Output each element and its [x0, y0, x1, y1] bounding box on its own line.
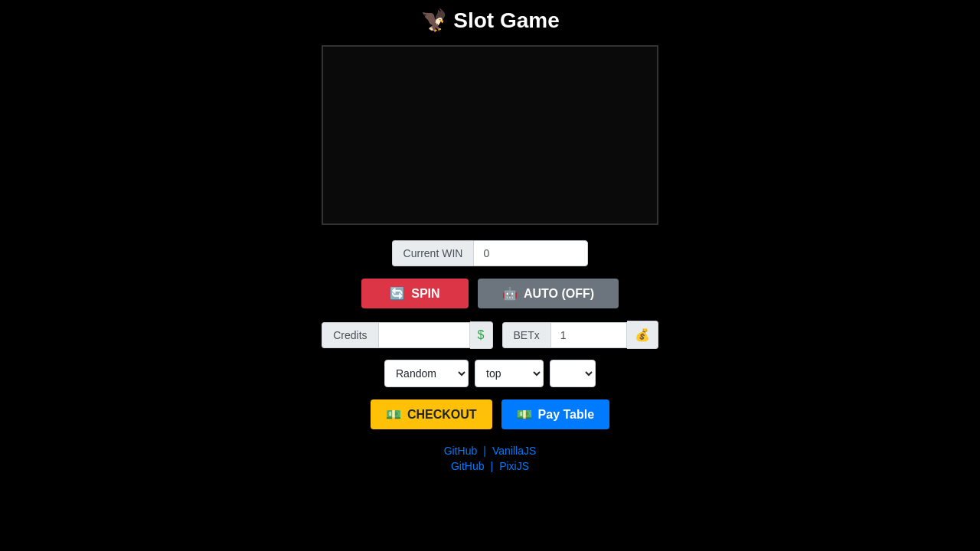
auto-button[interactable]: 🤖 AUTO (OFF): [478, 279, 619, 308]
bet-input[interactable]: [550, 322, 627, 348]
pixijs-link[interactable]: PixiJS: [499, 460, 529, 472]
game-canvas: [322, 45, 658, 225]
vanillajs-link[interactable]: VanillaJS: [492, 445, 536, 457]
current-win-row: Current WIN: [392, 240, 589, 266]
bird-icon: 🦅: [420, 8, 447, 33]
current-win-label: Current WIN: [392, 240, 474, 266]
bet-group: BETx 💰: [502, 321, 658, 349]
current-win-input[interactable]: [473, 240, 588, 266]
random-dropdown[interactable]: Random Sequential: [384, 360, 469, 387]
position-dropdown[interactable]: top middle bottom: [475, 360, 544, 387]
blank-dropdown[interactable]: 1 2: [550, 360, 596, 387]
checkout-button[interactable]: 💵 CHECKOUT: [371, 399, 492, 429]
paytable-icon: 💵: [517, 407, 532, 422]
footer-links: GitHub | VanillaJS GitHub | PixiJS: [444, 445, 537, 475]
footer-separator-1: |: [483, 445, 486, 457]
checkout-label: CHECKOUT: [407, 408, 477, 422]
spin-button[interactable]: 🔄 SPIN: [361, 279, 469, 308]
android-icon: 🤖: [502, 286, 518, 301]
page-header: 🦅 Slot Game: [420, 8, 559, 33]
credits-group: Credits $: [322, 321, 492, 349]
buttons-row: 🔄 SPIN 🤖 AUTO (OFF): [361, 279, 619, 308]
spin-label: SPIN: [411, 287, 439, 301]
paytable-button[interactable]: 💵 Pay Table: [501, 399, 610, 429]
credits-input[interactable]: [378, 322, 470, 348]
action-buttons-row: 💵 CHECKOUT 💵 Pay Table: [371, 399, 609, 429]
bet-coin-button[interactable]: 💰: [627, 321, 658, 349]
footer-row-2: GitHub | PixiJS: [444, 460, 537, 472]
refresh-icon: 🔄: [390, 286, 405, 301]
bet-label: BETx: [502, 322, 550, 348]
dropdowns-row: Random Sequential top middle bottom 1 2: [384, 360, 596, 387]
footer-row-1: GitHub | VanillaJS: [444, 445, 537, 457]
footer-separator-2: |: [491, 460, 494, 472]
github-link-2[interactable]: GitHub: [451, 460, 485, 472]
credits-bet-row: Credits $ BETx 💰: [322, 321, 658, 349]
checkout-icon: 💵: [386, 407, 401, 422]
github-link-1[interactable]: GitHub: [444, 445, 478, 457]
paytable-label: Pay Table: [538, 408, 595, 422]
page-title: Slot Game: [453, 8, 559, 33]
auto-label: AUTO (OFF): [524, 287, 594, 301]
credits-dollar-button[interactable]: $: [470, 321, 493, 349]
credits-label: Credits: [322, 322, 377, 348]
